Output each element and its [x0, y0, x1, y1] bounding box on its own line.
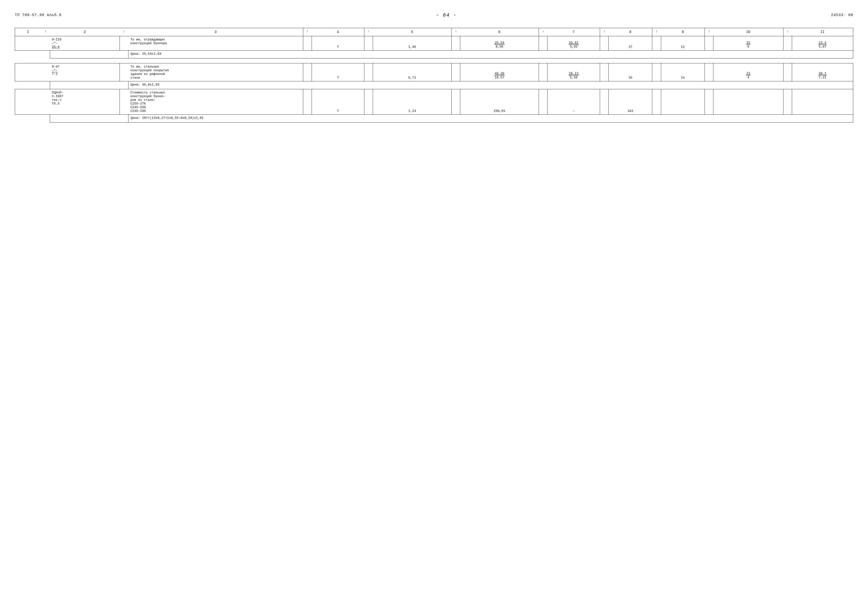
th-sep6: ! [539, 28, 547, 36]
header-right: 24533- 08 [831, 13, 853, 17]
row3-sep2 [120, 89, 128, 115]
row1-sep5 [451, 36, 460, 50]
header-center: - 64 - [436, 12, 457, 18]
fraction-row2-col10: I3 4 [746, 72, 751, 80]
price-row2-note: Цена: 46,8xI,03 [129, 81, 853, 89]
row3-sep5 [451, 89, 460, 115]
row3-col5: I,I4 [373, 89, 451, 115]
price-row1-note: Цена: 25,54xI,03 [129, 50, 853, 58]
th-sep10: ! [783, 28, 792, 36]
row1-sep9 [704, 36, 713, 50]
row3-col8: 342 [609, 89, 652, 115]
row2-sep2 [120, 63, 128, 81]
th-col5: 5 [373, 28, 451, 36]
row1-col2: 9–IIO —"– I5-4 [50, 36, 120, 50]
price-row1-spacer3 [50, 50, 120, 58]
th-col7: 7 [547, 28, 600, 36]
price-row2-sep [120, 81, 128, 89]
price-row3-note: Цена: 297+(I3x0,27+Ix0,55–8x0,I8)xI,0I [129, 115, 853, 123]
row3-sep3 [303, 89, 311, 115]
th-sep7: ! [600, 28, 609, 36]
row3-sep7 [600, 89, 609, 115]
row3-sep9 [704, 89, 713, 115]
fraction-row1-col11: I3,4 5,07 [818, 41, 827, 49]
th-col8: 8 [609, 28, 652, 36]
row3-col2: СЦНчП– п.I987 тех.ч Тб.3 [50, 89, 120, 115]
th-col3: 3 [129, 28, 303, 36]
table-row-2: 9–47 —"– 7-2 То же, стальныхконструкций … [15, 63, 853, 81]
price-row1-sep [120, 50, 128, 58]
row2-sep6 [539, 63, 547, 81]
price-row2-spacer2 [41, 81, 50, 89]
row2-sep8 [652, 63, 661, 81]
row1-sep7 [600, 36, 609, 50]
th-col10: IO [714, 28, 783, 36]
th-col2: 2 [50, 28, 120, 36]
row1-col10: I5 6 [714, 36, 783, 50]
th-sep2: ! [120, 28, 128, 36]
row3-sep4 [364, 89, 373, 115]
header-row: I ! 2 ! 3 ! 4 ! 5 ! 6 ! 7 ! 8 ! 9 ! IO !… [15, 28, 853, 36]
row3-sep8 [652, 89, 661, 115]
th-sep3: ! [303, 28, 311, 36]
row1-col4: Т [312, 36, 364, 50]
th-sep9: ! [704, 28, 713, 36]
row3-col6: 299,65 [460, 89, 539, 115]
price-row1-spacer1 [15, 50, 41, 58]
row1-sep4 [364, 36, 373, 50]
row2-col5: 0,72 [373, 63, 451, 81]
price-row1-spacer2 [41, 50, 50, 58]
row1-col8: 37 [609, 36, 652, 50]
row1-col9: I2 [661, 36, 704, 50]
main-table: I ! 2 ! 3 ! 4 ! 5 ! 6 ! 7 ! 8 ! 9 ! IO !… [15, 28, 853, 123]
row1-sep8 [652, 36, 661, 50]
th-sep5: ! [451, 28, 460, 36]
price-row-3: Цена: 297+(I3x0,27+Ix0,55–8x0,I8)xI,0I [15, 115, 853, 123]
th-sep4: ! [364, 28, 373, 36]
fraction-row1-col7: IO,6I 3,93 [568, 41, 579, 49]
row1-sep3 [303, 36, 311, 50]
row3-sep1 [41, 89, 50, 115]
row3-col4: Т [312, 89, 364, 115]
table-row: 9–IIO —"– I5-4 То же, ограждающихконстру… [15, 36, 853, 50]
fraction-row1-col6: 25,54 8,56 [494, 41, 505, 49]
th-col1: I [15, 28, 41, 36]
row2-sep9 [704, 63, 713, 81]
row3-col9 [661, 89, 704, 115]
row3-col7: – [547, 89, 600, 115]
row2-col4: Т [312, 63, 364, 81]
row2-sep1 [41, 63, 50, 81]
fraction-row2-col11a: 30,I 7,2I [818, 72, 827, 80]
th-col4: 4 [312, 28, 364, 36]
price-row-2: Цена: 46,8xI,03 [15, 81, 853, 89]
th-col9: 9 [661, 28, 704, 36]
spacer-row-1 [15, 58, 853, 63]
row3-sep10 [783, 89, 792, 115]
row1-sep6 [539, 36, 547, 50]
header-left: ТП 708-57.90 Альб.8 [15, 13, 61, 17]
fraction-row2-col7: I8,I3 5,59 [568, 72, 579, 80]
fraction-row2-col6: 48,20 19,57 [494, 72, 505, 80]
row1-sep10 [783, 36, 792, 50]
row1-sep1 [41, 36, 50, 50]
row2-sep4 [364, 63, 373, 81]
row1-col3: То же, ограждающихконструкций бункера [129, 36, 303, 50]
row2-sep10 [783, 63, 792, 81]
row2-sep3 [303, 63, 311, 81]
row1-col7: IO,6I 3,93 [547, 36, 600, 50]
row2-sep5 [451, 63, 460, 81]
row3-sep6 [539, 89, 547, 115]
row2-col7: I8,I3 5,59 [547, 63, 600, 81]
row1-col1 [15, 36, 41, 50]
th-sep1: ! [41, 28, 50, 36]
th-sep8: ! [652, 28, 661, 36]
price-row2-spacer1 [15, 81, 41, 89]
page-header: ТП 708-57.90 Альб.8 - 64 - 24533- 08 [15, 10, 853, 20]
row2-col2: 9–47 —"– 7-2 [50, 63, 120, 81]
row2-col9: I4 [661, 63, 704, 81]
row2-col3: То же, стальныхконструкций покрытияздани… [129, 63, 303, 81]
th-col11: II [792, 28, 853, 36]
row1-sep2 [120, 36, 128, 50]
row2-sep7 [600, 63, 609, 81]
price-row2-spacer3 [50, 81, 120, 89]
